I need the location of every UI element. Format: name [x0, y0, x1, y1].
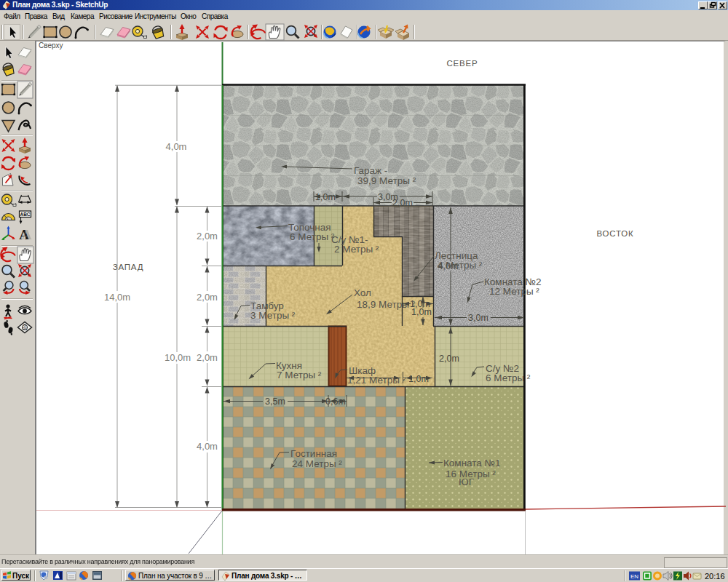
svg-text:3,0m: 3,0m	[468, 313, 488, 323]
svg-text:6 Метры ²: 6 Метры ²	[290, 231, 335, 242]
svg-text:Гараж -: Гараж -	[354, 165, 387, 176]
svg-text:12 Метры ²: 12 Метры ²	[489, 286, 539, 297]
svg-text:Гостинная: Гостинная	[290, 448, 337, 459]
svg-text:1,0m: 1,0m	[408, 374, 429, 384]
svg-text:Сверху: Сверху	[39, 41, 63, 49]
svg-text:18,9 Метры ²: 18,9 Метры ²	[357, 299, 416, 310]
svg-text:2,0m: 2,0m	[197, 231, 218, 242]
svg-text:ЮГ: ЮГ	[459, 477, 475, 487]
svg-text:14,0m: 14,0m	[104, 292, 130, 303]
svg-text:4 Метры ²: 4 Метры ²	[438, 260, 483, 271]
svg-text:3 Метры ²: 3 Метры ²	[250, 310, 296, 321]
svg-text:EN: EN	[630, 573, 638, 580]
svg-text:4,0m: 4,0m	[197, 441, 218, 452]
svg-text:6 Метры ²: 6 Метры ²	[486, 372, 531, 383]
svg-text:2,0m: 2,0m	[392, 198, 413, 208]
svg-text:ВОСТОК: ВОСТОК	[596, 229, 633, 238]
svg-text:СЕВЕР: СЕВЕР	[447, 59, 478, 68]
svg-text:Комната №1: Комната №1	[443, 458, 501, 469]
svg-text:10,0m: 10,0m	[165, 352, 191, 363]
svg-text:24 Метры ²: 24 Метры ²	[292, 458, 342, 469]
svg-text:ЗАПАД: ЗАПАД	[113, 263, 144, 271]
svg-text:Хол: Хол	[354, 287, 371, 298]
svg-text:2,0m: 2,0m	[197, 292, 218, 303]
svg-text:4,0m: 4,0m	[166, 141, 187, 152]
svg-text:1,0m: 1,0m	[315, 192, 336, 202]
svg-text:0,6m: 0,6m	[325, 396, 346, 407]
svg-text:2,0m: 2,0m	[439, 354, 459, 364]
svg-text:39,9 Метры ²: 39,9 Метры ²	[357, 175, 416, 186]
svg-text:3,5m: 3,5m	[265, 396, 285, 407]
svg-text:7 Метры ²: 7 Метры ²	[277, 370, 322, 380]
svg-text:2 Метры ²: 2 Метры ²	[334, 244, 379, 255]
svg-text:2,0m: 2,0m	[197, 352, 218, 363]
svg-text:1,21 Метры ²: 1,21 Метры ²	[347, 375, 406, 386]
